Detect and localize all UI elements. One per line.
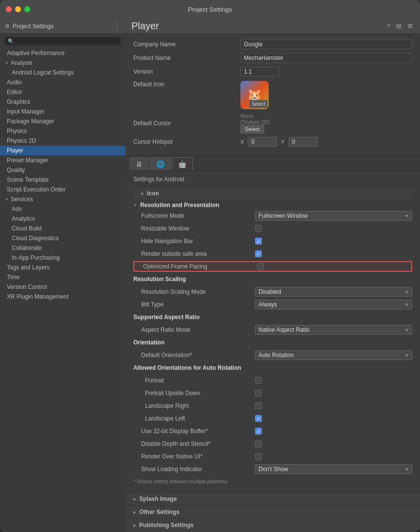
sidebar-item-preset-manager[interactable]: Preset Manager — [0, 155, 126, 165]
sidebar-item-player[interactable]: Player — [0, 146, 126, 155]
blit-type-dropdown[interactable]: Always — [255, 300, 412, 309]
expand-icon: ▼ — [5, 61, 9, 65]
cursor-select-button[interactable]: Select — [240, 125, 264, 133]
version-label: Version — [133, 68, 240, 75]
help-icon[interactable]: ? — [386, 21, 391, 31]
icon-section-header[interactable]: ▶ Icon — [133, 187, 412, 200]
tab-android[interactable]: 🤖 — [172, 157, 193, 171]
other-settings-section[interactable]: ▶ Other Settings — [126, 505, 420, 518]
aspect-ratio-mode-dropdown[interactable]: Native Aspect Ratio — [255, 325, 412, 335]
publishing-settings-section[interactable]: ▶ Publishing Settings — [126, 518, 420, 532]
panel-title: Player — [131, 20, 159, 32]
show-loading-dropdown[interactable]: Don't Show — [255, 464, 412, 474]
optimized-frame-control — [257, 263, 410, 270]
use-32bit-checkbox[interactable] — [255, 428, 262, 435]
sidebar-item-analytics[interactable]: Analytics — [0, 214, 126, 224]
splash-image-section[interactable]: ▶ Splash Image — [126, 492, 420, 505]
publishing-settings-label: Publishing Settings — [139, 522, 194, 529]
expand-icon: ▼ — [5, 197, 9, 202]
hide-nav-bar-checkbox[interactable] — [255, 238, 262, 245]
expand-icon: ▶ — [133, 497, 136, 501]
sidebar-item-label: Analytics — [12, 215, 35, 222]
scaling-mode-dropdown[interactable]: Disabled — [255, 287, 412, 297]
resolution-section-content: Fullscreen Mode Fullscreen Window ▼ — [133, 210, 412, 272]
portrait-checkbox[interactable] — [255, 377, 262, 384]
sidebar-item-label: Physics — [7, 128, 27, 134]
resizable-window-checkbox[interactable] — [255, 225, 262, 232]
company-name-input[interactable] — [240, 39, 412, 49]
sidebar-item-adaptive-performance[interactable]: Adaptive Performance — [0, 48, 126, 58]
portrait-upside-down-checkbox[interactable] — [255, 390, 262, 397]
landscape-left-control — [255, 415, 412, 422]
splash-image-label: Splash Image — [139, 495, 177, 502]
render-over-native-label: Render Over Native UI* — [133, 453, 255, 460]
tab-webgl[interactable]: 🌐 — [150, 157, 171, 171]
version-row: Version — [133, 66, 412, 77]
sidebar-item-cloud-build[interactable]: Cloud Build — [0, 224, 126, 233]
cursor-coords: X Y — [240, 137, 318, 147]
sidebar-item-package-manager[interactable]: Package Manager — [0, 116, 126, 126]
close-button[interactable] — [6, 6, 12, 12]
sidebar-item-audio[interactable]: Audio — [0, 77, 126, 87]
sidebar-item-scene-template[interactable]: Scene Template — [0, 175, 126, 185]
sidebar-item-label: Quality — [7, 167, 25, 173]
sidebar-item-quality[interactable]: Quality — [0, 165, 126, 175]
sidebar-item-cloud-diagnostics[interactable]: Cloud Diagnostics — [0, 233, 126, 243]
buffer-settings-section: Use 32-bit Display Buffer* Disable Depth… — [133, 426, 412, 485]
sidebar-item-services[interactable]: ▼ Services — [0, 194, 126, 204]
landscape-right-checkbox[interactable] — [255, 402, 262, 409]
orientation-section: Orientation Default Orientation* Auto Ro… — [133, 337, 412, 424]
sidebar-item-input-manager[interactable]: Input Manager — [0, 107, 126, 116]
sidebar-item-tags-and-layers[interactable]: Tags and Layers — [0, 263, 126, 272]
aspect-ratio-header-row: Supported Aspect Ratio — [133, 312, 412, 323]
landscape-right-row: Landscape Right — [133, 400, 412, 411]
sidebar-item-label: Collaborate — [12, 245, 41, 251]
sidebar-item-editor[interactable]: Editor — [0, 87, 126, 97]
render-outside-control — [255, 250, 412, 257]
sidebar-item-script-execution-order[interactable]: Script Execution Order — [0, 185, 126, 194]
render-outside-label: Render outside safe area — [133, 250, 255, 257]
render-outside-checkbox[interactable] — [255, 250, 262, 257]
cursor-y-input[interactable] — [289, 137, 318, 147]
minimize-button[interactable] — [15, 6, 21, 12]
standalone-icon: 🖥 — [136, 160, 143, 168]
sidebar-menu-icon[interactable]: ⋮ — [113, 21, 121, 31]
cursor-x-input[interactable] — [248, 137, 277, 147]
product-name-input[interactable] — [240, 53, 412, 63]
sidebar-item-label: XR Plugin Management — [7, 293, 69, 300]
sidebar-item-graphics[interactable]: Graphics — [0, 97, 126, 107]
sidebar-item-physics[interactable]: Physics — [0, 126, 126, 136]
sidebar-item-time[interactable]: Time — [0, 272, 126, 282]
sidebar-tree: Adaptive Performance ▼ Analysis Android … — [0, 48, 126, 532]
sidebar-item-version-control[interactable]: Version Control — [0, 282, 126, 292]
sidebar-item-xr-plugin[interactable]: XR Plugin Management — [0, 292, 126, 302]
settings-for-label: Settings for Android — [133, 176, 412, 183]
sidebar-item-android-logcat[interactable]: Android Logcat Settings — [0, 68, 126, 77]
disable-depth-checkbox[interactable] — [255, 440, 262, 447]
fullscreen-dropdown-wrap: Fullscreen Window ▼ — [255, 211, 412, 221]
landscape-left-checkbox[interactable] — [255, 415, 262, 422]
resolution-section-label: Resolution and Presentation — [140, 202, 219, 209]
version-input[interactable] — [240, 67, 279, 76]
default-orientation-dropdown[interactable]: Auto Rotation — [255, 350, 412, 360]
optimized-frame-checkbox[interactable] — [257, 263, 264, 270]
icon-select-button[interactable]: Select — [249, 100, 268, 108]
window-controls — [6, 6, 30, 12]
sidebar-item-collaborate[interactable]: Collaborate — [0, 243, 126, 253]
sidebar-item-physics-2d[interactable]: Physics 2D — [0, 136, 126, 146]
search-input-wrap[interactable]: 🔍 — [5, 37, 121, 45]
default-icon-label: Default Icon — [133, 81, 240, 88]
tab-standalone[interactable]: 🖥 — [129, 157, 149, 171]
settings-icon[interactable]: ⚙ — [406, 21, 414, 31]
resolution-section-header[interactable]: ▼ Resolution and Presentation — [133, 200, 412, 210]
sidebar-item-in-app-purchasing[interactable]: In-App Purchasing — [0, 253, 126, 263]
sidebar-item-ads[interactable]: Ads — [0, 204, 126, 214]
cursor-texture-text: (Texture 2D) — [240, 119, 412, 125]
render-over-native-checkbox[interactable] — [255, 453, 262, 460]
platform-tabs: 🖥 🌐 🤖 — [126, 155, 420, 171]
layout-icon[interactable]: ⊞ — [395, 21, 402, 31]
fullscreen-mode-dropdown[interactable]: Fullscreen Window — [255, 211, 412, 221]
maximize-button[interactable] — [24, 6, 30, 12]
sidebar-item-analysis[interactable]: ▼ Analysis — [0, 58, 126, 68]
blit-type-dropdown-wrap: Always ▼ — [255, 300, 412, 309]
